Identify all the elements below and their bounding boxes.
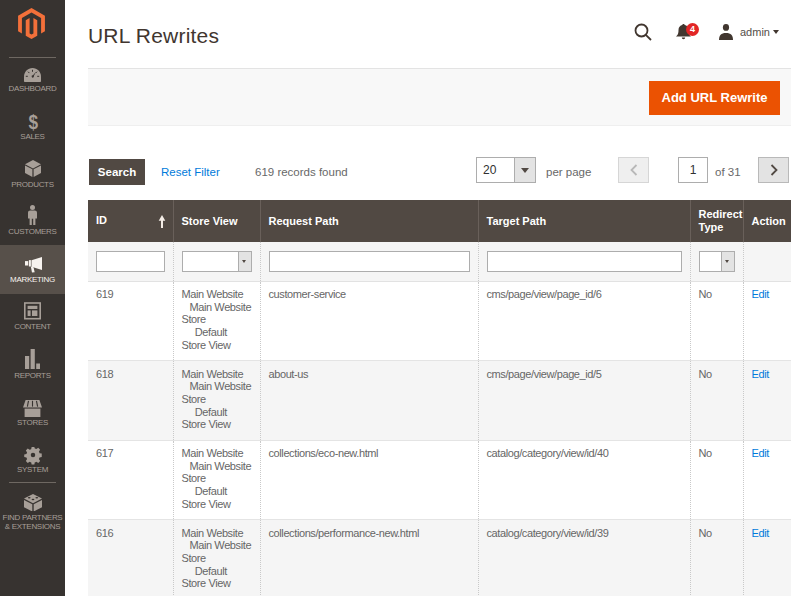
svg-text:$: $ [28,113,38,131]
